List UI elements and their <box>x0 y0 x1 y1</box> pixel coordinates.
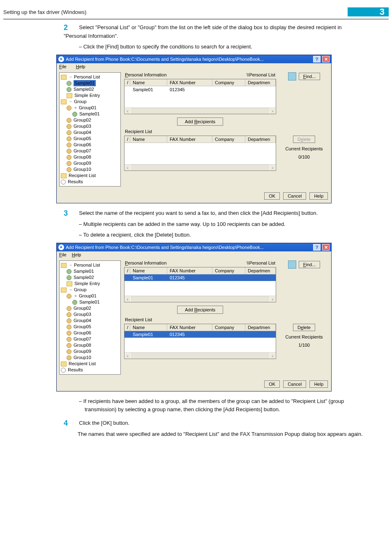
tree-group05[interactable]: Group05 <box>67 136 119 142</box>
tree-group07[interactable]: Group07 <box>67 148 119 154</box>
recipient-scrollbar[interactable]: ‹ › <box>125 164 276 170</box>
col-name[interactable]: Name <box>130 79 167 86</box>
tree-group[interactable]: −Group <box>61 287 119 293</box>
dialog-help-icon[interactable]: ? <box>313 244 321 251</box>
list-scrollbar[interactable]: ‹› <box>125 296 276 302</box>
tree-simple-entry[interactable]: Simple Entry <box>67 92 119 99</box>
recipient-list-box[interactable]: / Name FAX Number Company Departmen Samp… <box>124 324 276 359</box>
tree-group09[interactable]: Group09 <box>67 348 119 355</box>
personal-info-label: Personal Information <box>125 72 167 77</box>
scroll-right-icon[interactable]: › <box>270 108 276 114</box>
phonebook-tree[interactable]: −Personal List Sample01 Sample02 Simple … <box>59 260 121 375</box>
find-button[interactable]: Find... <box>299 261 321 268</box>
tree-group10[interactable]: Group10 <box>67 355 119 361</box>
dialog-menubar[interactable]: File Help <box>57 63 331 70</box>
tree-sample01[interactable]: Sample01 <box>67 80 119 86</box>
tree-group01-sample01[interactable]: Sample01 <box>72 299 119 305</box>
current-recipients-count: 0/100 <box>298 154 310 159</box>
close-icon[interactable]: ✕ <box>322 244 330 251</box>
dialog-titlebar[interactable]: ✶ Add Recipient from Phone Book:C:\Docum… <box>57 55 331 63</box>
dialog-app-icon: ✶ <box>58 244 64 250</box>
col-company[interactable]: Company <box>212 79 245 86</box>
col-fax[interactable]: FAX Number <box>167 79 212 86</box>
dialog-title: Add Recipient from Phone Book:C:\Documen… <box>66 245 311 250</box>
tree-group03[interactable]: Group03 <box>67 123 119 129</box>
cancel-button[interactable]: Cancel <box>283 380 306 388</box>
find-button[interactable]: Find... <box>299 73 321 80</box>
tree-sample02[interactable]: Sample02 <box>67 274 119 281</box>
menu-file[interactable]: File <box>59 252 67 257</box>
ok-button[interactable]: OK <box>264 192 280 200</box>
dialog-help-icon[interactable]: ? <box>313 56 321 62</box>
tree-group01[interactable]: +Group01 <box>67 293 119 299</box>
tree-recipient-list[interactable]: Recipient List <box>61 361 119 367</box>
dialog-menubar[interactable]: File Help <box>57 251 331 258</box>
recipient-list-label: Recipient List <box>125 129 152 134</box>
tree-results[interactable]: Results <box>61 179 119 185</box>
current-recipients-label: Current Recipients <box>285 146 323 151</box>
scroll-left-icon[interactable]: ‹ <box>125 165 131 171</box>
col-dept[interactable]: Departmen <box>245 79 276 86</box>
scroll-left-icon[interactable]: ‹ <box>125 108 131 114</box>
tree-group04[interactable]: Group04 <box>67 129 119 136</box>
help-button[interactable]: Help <box>309 192 328 200</box>
step-2-number: 2 <box>64 23 78 32</box>
tree-group[interactable]: −Group <box>61 99 119 105</box>
cancel-button[interactable]: Cancel <box>283 192 306 200</box>
tree-group02[interactable]: Group02 <box>67 305 119 311</box>
step-3-bullet-1: Multiple recipients can be added in the … <box>79 220 363 228</box>
tree-group08[interactable]: Group08 <box>67 342 119 348</box>
current-recipients-label: Current Recipients <box>285 334 323 339</box>
add-recipient-dialog-1: ✶ Add Recipient from Phone Book:C:\Docum… <box>56 55 332 203</box>
phonebook-tree[interactable]: −Personal List Sample01 Sample02 Simple … <box>59 72 121 187</box>
tree-recipient-list[interactable]: Recipient List <box>61 173 119 179</box>
personal-info-label: Personal Information <box>125 260 167 265</box>
menu-help[interactable]: Help <box>76 64 90 69</box>
delete-button[interactable]: Delete <box>293 324 315 331</box>
tree-group07[interactable]: Group07 <box>67 336 119 342</box>
list-scrollbar[interactable]: ‹ › <box>125 108 276 114</box>
personal-info-list[interactable]: / Name FAX Number Company Departmen Samp… <box>124 79 276 114</box>
tree-personal-list[interactable]: −Personal List <box>61 262 119 268</box>
tree-results[interactable]: Results <box>61 367 119 373</box>
delete-button[interactable]: Delete <box>293 136 315 143</box>
personal-info-list[interactable]: / Name FAX Number Company Departmen Samp… <box>124 267 276 302</box>
tree-group06[interactable]: Group06 <box>67 330 119 336</box>
scroll-right-icon[interactable]: › <box>270 165 276 171</box>
tree-group01[interactable]: +Group01 <box>67 105 119 111</box>
tree-sample01[interactable]: Sample01 <box>67 268 119 274</box>
chapter-badge: 3 <box>348 7 389 16</box>
tree-group03[interactable]: Group03 <box>67 311 119 318</box>
tree-group02[interactable]: Group02 <box>67 117 119 123</box>
personal-info-row-1[interactable]: Sample01 012345 <box>125 86 276 93</box>
dialog-title: Add Recipient from Phone Book:C:\Documen… <box>66 57 311 62</box>
step-3-bullet-3: If recipients have been added to a group… <box>79 397 363 413</box>
page-header-title: Setting up the fax driver (Windows) <box>3 9 348 15</box>
tree-sample02[interactable]: Sample02 <box>67 86 119 92</box>
help-button[interactable]: Help <box>309 380 328 388</box>
add-recipients-button[interactable]: Add Recipients <box>177 306 223 314</box>
tree-group08[interactable]: Group08 <box>67 154 119 160</box>
tree-group06[interactable]: Group06 <box>67 142 119 148</box>
menu-file[interactable]: File <box>59 64 71 69</box>
tree-group04[interactable]: Group04 <box>67 318 119 324</box>
tree-simple-entry[interactable]: Simple Entry <box>67 281 119 287</box>
tree-group09[interactable]: Group09 <box>67 160 119 166</box>
recipient-scrollbar[interactable]: ‹› <box>125 352 276 359</box>
step-3-text: Select the name of the recipient you wan… <box>79 210 318 216</box>
current-recipients-count: 1/100 <box>298 343 310 348</box>
close-icon[interactable]: ✕ <box>322 56 330 62</box>
add-recipients-button[interactable]: Add Recipients <box>177 117 223 126</box>
tree-group10[interactable]: Group10 <box>67 166 119 173</box>
tree-group01-sample01[interactable]: Sample01 <box>72 111 119 117</box>
personal-info-row-1-selected[interactable]: Sample01 012345 <box>125 274 276 281</box>
tree-group05[interactable]: Group05 <box>67 324 119 330</box>
ok-button[interactable]: OK <box>264 380 280 388</box>
recipient-list-row-1[interactable]: Sample01 012345 <box>125 331 276 338</box>
col-sort[interactable]: / <box>125 79 130 86</box>
menu-help[interactable]: Help <box>72 252 81 257</box>
tree-personal-list[interactable]: −Personal List <box>61 74 119 80</box>
find-icon <box>288 72 296 81</box>
recipient-list-box[interactable]: / Name FAX Number Company Departmen ‹ › <box>124 136 276 171</box>
dialog-titlebar[interactable]: ✶ Add Recipient from Phone Book:C:\Docum… <box>57 243 331 251</box>
